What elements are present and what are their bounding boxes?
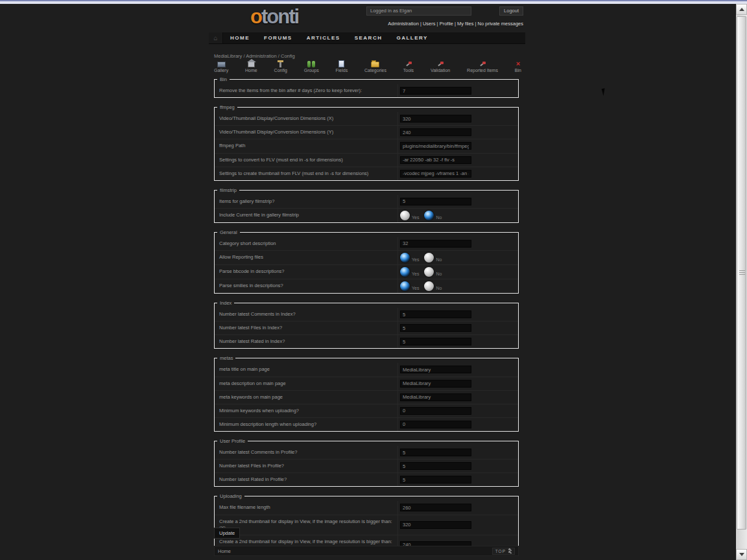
radio-option: No: [424, 253, 442, 262]
radio-yes[interactable]: [400, 211, 410, 220]
toolbar-item-bin[interactable]: × Bin: [515, 60, 521, 73]
config-row: Settings to convert to FLV (must end in …: [215, 153, 518, 167]
toolbar-item-home[interactable]: Home: [245, 60, 257, 73]
scrollbar-down-arrow[interactable]: [736, 549, 747, 560]
config-label: Max file filename length: [215, 501, 398, 514]
radio-no[interactable]: [424, 281, 434, 291]
config-input[interactable]: [400, 393, 471, 401]
radio-option: Yes: [400, 267, 419, 277]
nav-item-gallery[interactable]: GALLERY: [389, 32, 434, 43]
toolbar-item-reported-items[interactable]: Reported Items: [467, 60, 498, 73]
toolbar-item-fields[interactable]: Fields: [336, 60, 348, 73]
config-input[interactable]: [400, 338, 471, 345]
scrollbar-up-arrow[interactable]: [736, 4, 747, 15]
config-input[interactable]: [400, 156, 471, 164]
config-label: Number latest Comments in Profile?: [215, 446, 398, 459]
config-input[interactable]: [400, 310, 471, 318]
config-field: [398, 139, 518, 152]
nav-item-home[interactable]: HOME: [223, 32, 257, 43]
config-row: meta keywords on main page: [215, 390, 518, 404]
radio-no[interactable]: [424, 267, 434, 277]
window-top-edge: [0, 0, 747, 4]
toolbar-item-config[interactable]: Config: [274, 60, 287, 73]
mouse-cursor: [602, 88, 610, 96]
toolbar-item-categories[interactable]: Categories: [364, 60, 386, 73]
nav-item-search[interactable]: SEARCH: [348, 32, 390, 43]
config-field: [398, 112, 518, 125]
radio-no[interactable]: [424, 211, 434, 220]
config-input[interactable]: [400, 462, 471, 470]
config-input[interactable]: [400, 115, 471, 122]
config-input[interactable]: [400, 170, 471, 178]
config-row: Number latest Rated in Index?: [215, 334, 518, 348]
toolbar-item-tools[interactable]: Tools: [403, 60, 414, 73]
radio-option: Yes: [400, 211, 419, 220]
config-fieldset-user-profile: User ProfileNumber latest Comments in Pr…: [214, 438, 519, 487]
radio-label: No: [436, 215, 442, 220]
update-button[interactable]: Update: [214, 528, 240, 539]
back-to-top-button[interactable]: TOP: [492, 548, 515, 555]
config-input[interactable]: [400, 476, 471, 484]
radio-yes[interactable]: [400, 281, 410, 291]
config-input[interactable]: [400, 142, 471, 150]
config-input[interactable]: [400, 87, 471, 95]
config-input[interactable]: [400, 380, 471, 388]
config-row: ffmpeg Path: [215, 139, 518, 152]
config-input[interactable]: [400, 407, 471, 415]
config-field: [398, 391, 518, 404]
config-label: ffmpeg Path: [215, 139, 398, 152]
config-field: YesNo: [398, 265, 518, 279]
config-field: [398, 308, 518, 321]
footer-home-link[interactable]: Home: [218, 548, 231, 554]
site-logo[interactable]: otonti: [250, 5, 298, 29]
logout-button[interactable]: Logout: [499, 6, 523, 16]
radio-no[interactable]: [424, 253, 434, 262]
config-input[interactable]: [400, 504, 471, 511]
toolbar-item-groups[interactable]: Groups: [304, 60, 319, 73]
bin-icon: ×: [516, 60, 520, 67]
fieldset-legend: Index: [217, 300, 234, 306]
config-input[interactable]: [400, 198, 471, 205]
config-fieldset-general: GeneralCategory short descriptionAllow R…: [214, 229, 519, 294]
validation-icon: [437, 60, 444, 67]
config-field: [398, 363, 518, 376]
toolbar-item-validation[interactable]: Validation: [431, 60, 450, 73]
config-row: Number latest Comments in Index?: [215, 308, 518, 321]
window-scrollbar[interactable]: [736, 4, 747, 560]
nav-item-articles[interactable]: ARTICLES: [300, 32, 348, 43]
config-input[interactable]: [400, 449, 471, 456]
config-input[interactable]: [400, 421, 471, 428]
scrollbar-track[interactable]: [736, 15, 747, 549]
radio-yes[interactable]: [400, 253, 410, 262]
toolbar-item-gallery[interactable]: Gallery: [214, 60, 228, 73]
nav-item-forums[interactable]: FORUMS: [257, 32, 300, 43]
scrollbar-grip: [739, 270, 745, 275]
radio-yes[interactable]: [400, 267, 410, 277]
categories-icon: [371, 60, 379, 67]
config-input[interactable]: [400, 521, 471, 529]
fieldset-legend: ffmpeg: [217, 104, 237, 110]
config-row: Settings to create thumbnail from FLV (m…: [215, 167, 518, 180]
config-label: Video/Thumbnail Display/Conversion Dimen…: [215, 126, 398, 139]
admin-toolbar: Gallery Home Config Groups Fields Catego…: [214, 60, 521, 73]
config-input[interactable]: [400, 324, 471, 332]
fieldset-legend: filmstrip: [217, 187, 239, 193]
scrollbar-thumb[interactable]: [737, 16, 746, 530]
user-links[interactable]: Administration | Users | Profile | My fi…: [388, 21, 523, 27]
radio-label: Yes: [412, 257, 419, 262]
config-label: Settings to convert to FLV (must end in …: [215, 154, 398, 167]
config-row: Items for gallery filmstrip?: [215, 195, 518, 208]
home-icon[interactable]: ⌂: [209, 32, 223, 43]
config-input[interactable]: [400, 128, 471, 136]
radio-label: Yes: [412, 215, 419, 220]
config-input[interactable]: [400, 366, 471, 373]
config-label: Category short description: [215, 237, 398, 250]
fieldset-legend: General: [217, 229, 240, 235]
config-row: Video/Thumbnail Display/Conversion Dimen…: [215, 125, 518, 139]
fieldset-legend: User Profile: [217, 438, 248, 444]
config-field: [398, 167, 518, 180]
config-field: [398, 460, 518, 472]
config-input[interactable]: [400, 240, 471, 248]
config-fieldset-filmstrip: filmstripItems for gallery filmstrip?Inc…: [214, 187, 519, 223]
config-label: Create a 2nd thumbnail for display in Vi…: [215, 515, 398, 535]
